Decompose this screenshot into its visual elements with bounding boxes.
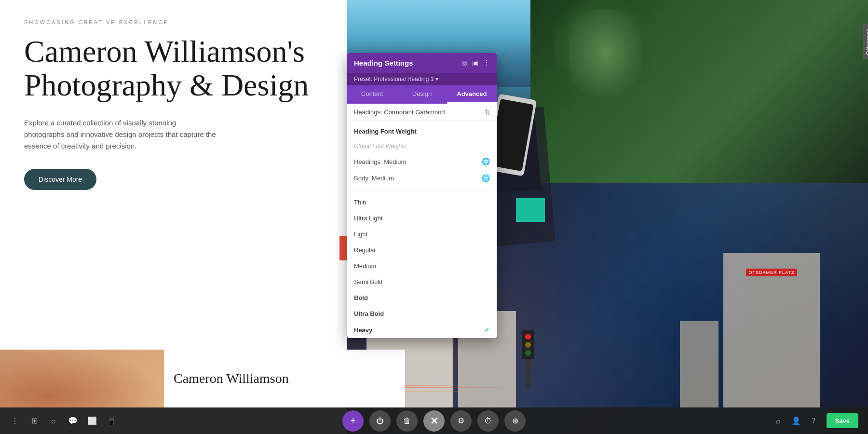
toolbar-center: + ⏻ 🗑 ✕ ⚙ ⏱ ⊕	[342, 410, 526, 432]
global-weight-body-label: Body: Medium	[354, 175, 394, 182]
panel-title: Heading Settings	[354, 59, 413, 67]
toolbar-mobile-icon[interactable]: 📱	[106, 416, 117, 426]
weight-option-thin[interactable]: Thin	[347, 194, 497, 210]
panel-layout-icon[interactable]: ▣	[472, 59, 478, 67]
toolbar-right: ⌕ 👤 ? Save	[773, 413, 858, 428]
global-weight-headings-label: Headings: Medium	[354, 158, 406, 165]
save-button[interactable]: Save	[827, 413, 858, 428]
traffic-green	[525, 350, 531, 356]
globe-icon-body: 🌐	[482, 174, 490, 182]
panel-preset-bar[interactable]: Preset: Professional Heading 1 ▾	[347, 73, 497, 85]
traffic-light-box	[522, 330, 534, 359]
red-accent-bar	[339, 236, 347, 260]
weight-heavy-label: Heavy	[354, 326, 372, 334]
weight-option-ultra-bold[interactable]: Ultra Bold	[347, 306, 497, 322]
toolbar-power-button[interactable]: ⏻	[369, 410, 391, 432]
panel-target-icon[interactable]: ◎	[461, 59, 467, 67]
toolbar-search2-icon[interactable]: ⌕	[773, 416, 784, 426]
toolbar-add-button[interactable]: +	[342, 410, 364, 432]
offscreen-label: Offscreen	[863, 24, 868, 59]
panel-header: Heading Settings ◎ ▣ ⋮	[347, 53, 497, 73]
panel-header-icons: ◎ ▣ ⋮	[461, 59, 490, 67]
tab-advanced[interactable]: Advanced	[447, 85, 497, 104]
weight-ultra-light-label: Ultra Light	[354, 215, 382, 222]
page-subtitle: SHOWCASING CREATIVE EXCELLENCE	[24, 19, 323, 25]
traffic-streaks	[347, 374, 868, 398]
weight-semi-bold-label: Semi Bold	[354, 278, 382, 285]
toolbar-trash-button[interactable]: 🗑	[396, 410, 418, 432]
settings-panel: Heading Settings ◎ ▣ ⋮ Preset: Professio…	[347, 53, 497, 338]
font-selector-label: Headings: Cormorant Garamond	[354, 108, 445, 116]
panel-body: Headings: Cormorant Garamond ⇅ Heading F…	[347, 104, 497, 338]
toolbar-search-icon[interactable]: ⌕	[48, 416, 59, 426]
weight-option-light[interactable]: Light	[347, 226, 497, 242]
toolbar-chat-icon[interactable]: 💬	[68, 416, 78, 426]
weight-divider	[354, 190, 490, 190]
plant-leaf-2	[569, 10, 641, 96]
bottom-left-preview	[0, 350, 164, 407]
weight-heavy-check: ✓	[484, 326, 490, 334]
bottom-toolbar: ⋮ ⊞ ⌕ 💬 ⬜ 📱 + ⏻ 🗑 ✕ ⚙ ⏱ ⊕ ⌕ 👤 ? Save	[0, 407, 868, 434]
traffic-red	[525, 334, 531, 339]
teal-accent	[516, 198, 545, 222]
page-description: Explore a curated collection of visually…	[24, 117, 217, 152]
weight-option-ultra-light[interactable]: Ultra Light	[347, 210, 497, 226]
panel-more-icon[interactable]: ⋮	[483, 59, 490, 67]
bottom-preview-title: Cameron Williamson	[174, 371, 289, 386]
weight-option-heavy[interactable]: Heavy ✓	[347, 322, 497, 338]
global-weight-headings[interactable]: Headings: Medium 🌐	[347, 153, 497, 170]
toolbar-close-button[interactable]: ✕	[423, 410, 445, 432]
font-weight-section-label: Heading Font Weight	[347, 121, 497, 139]
weight-option-bold[interactable]: Bold	[347, 290, 497, 306]
weight-option-semi-bold[interactable]: Semi Bold	[347, 274, 497, 290]
toolbar-help-icon[interactable]: ?	[809, 416, 819, 426]
font-selector-dropdown[interactable]: Headings: Cormorant Garamond ⇅	[347, 104, 497, 121]
weight-ultra-bold-label: Ultra Bold	[354, 310, 384, 317]
toolbar-left: ⋮ ⊞ ⌕ 💬 ⬜ 📱	[10, 416, 117, 426]
weight-bold-label: Bold	[354, 294, 368, 301]
toolbar-menu-icon[interactable]: ⋮	[10, 416, 20, 426]
weight-medium-label: Medium	[354, 262, 376, 270]
toolbar-more-button[interactable]: ⊕	[504, 410, 526, 432]
toolbar-tablet-icon[interactable]: ⬜	[87, 416, 97, 426]
page-main-title: Cameron Williamson's Photography & Desig…	[24, 35, 323, 103]
panel-tabs: Content Design Advanced	[347, 85, 497, 104]
discover-more-button[interactable]: Discover More	[24, 169, 96, 190]
weight-light-label: Light	[354, 231, 367, 238]
weight-option-medium[interactable]: Medium	[347, 258, 497, 274]
traffic-yellow	[525, 342, 531, 348]
global-weight-body[interactable]: Body: Medium 🌐	[347, 170, 497, 186]
weight-regular-label: Regular	[354, 246, 376, 254]
toolbar-account-icon[interactable]: 👤	[791, 416, 801, 426]
toolbar-grid-icon[interactable]: ⊞	[29, 416, 40, 426]
sign-area: OTSDAMER PLATZ	[728, 263, 815, 282]
weight-option-regular[interactable]: Regular	[347, 242, 497, 258]
tab-content[interactable]: Content	[347, 85, 397, 104]
bottom-center-preview: Cameron Williamson	[164, 350, 405, 407]
weight-thin-label: Thin	[354, 199, 366, 206]
sign: OTSDAMER PLATZ	[746, 269, 798, 276]
tab-design[interactable]: Design	[397, 85, 447, 104]
global-weights-label: Global Font Weights	[347, 139, 497, 153]
panel-preset-text: Preset: Professional Heading 1 ▾	[354, 76, 438, 82]
font-selector-arrow: ⇅	[485, 108, 490, 116]
globe-icon-headings: 🌐	[482, 158, 490, 165]
toolbar-history-button[interactable]: ⏱	[477, 410, 499, 432]
toolbar-settings-button[interactable]: ⚙	[450, 410, 472, 432]
portrait-overlay	[0, 350, 164, 407]
photo-right	[530, 0, 868, 183]
